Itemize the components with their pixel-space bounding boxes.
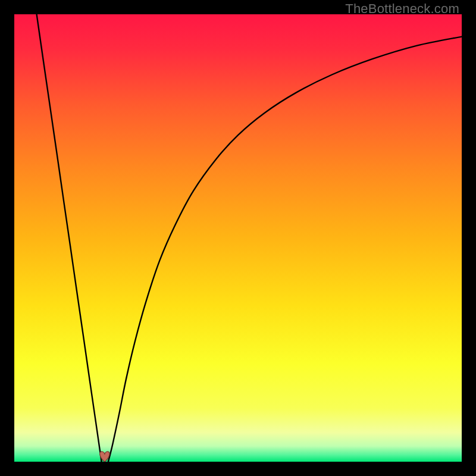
gradient-plot <box>14 14 462 462</box>
watermark-text: TheBottleneck.com <box>345 1 459 17</box>
plot-area <box>14 14 462 462</box>
background-gradient <box>14 14 462 462</box>
chart-frame <box>14 14 462 462</box>
